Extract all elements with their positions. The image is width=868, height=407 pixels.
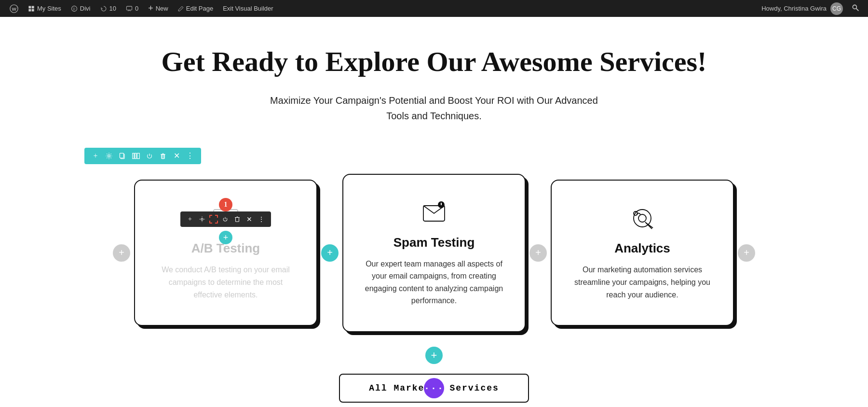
spam-testing-icon <box>363 199 505 225</box>
admin-bar: W My Sites D Divi 10 0 + New Edit Page E… <box>0 0 868 17</box>
card-spam-testing: Spam Testing Our expert team manages all… <box>342 174 526 332</box>
svg-rect-17 <box>162 154 164 158</box>
module-dashed-box <box>209 215 218 224</box>
module-settings-icon[interactable] <box>197 214 207 224</box>
analytics-icon <box>571 205 714 231</box>
ab-testing-desc: We conduct A/B testing on your email cam… <box>154 264 297 301</box>
row-delete-icon[interactable] <box>158 151 168 161</box>
page-heading: Get Ready to Explore Our Awesome Service… <box>10 46 858 78</box>
module-power-icon[interactable] <box>220 214 230 224</box>
howdy-label: Howdy, Christina Gwira <box>761 5 827 12</box>
col-add-mid1[interactable]: + <box>321 244 339 262</box>
svg-rect-16 <box>137 153 139 158</box>
svg-point-9 <box>853 5 856 9</box>
my-sites-label: My Sites <box>37 5 61 12</box>
row-add-below-btn[interactable]: + <box>425 347 443 364</box>
module-delete-icon[interactable] <box>232 214 242 224</box>
admin-user-info: Howdy, Christina Gwira CG <box>757 2 848 15</box>
svg-rect-15 <box>135 153 136 158</box>
svg-line-10 <box>856 9 859 11</box>
svg-rect-3 <box>32 6 34 8</box>
col-add-left[interactable]: + <box>113 244 130 262</box>
analytics-desc: Our marketing automation services stream… <box>571 264 714 301</box>
page-subheading: Maximize Your Campaign's Potential and B… <box>265 93 603 124</box>
page-content: Get Ready to Explore Our Awesome Service… <box>0 17 868 407</box>
svg-rect-13 <box>120 153 123 158</box>
row-settings-icon[interactable] <box>104 151 114 161</box>
svg-text:D: D <box>73 7 75 10</box>
module-add-below-btn[interactable]: + <box>219 231 232 244</box>
my-sites-menu[interactable]: My Sites <box>23 0 66 17</box>
new-label: New <box>156 5 168 12</box>
cta-ellipsis: ··· <box>424 378 444 398</box>
exit-vb-label: Exit Visual Builder <box>223 5 273 12</box>
module-toolbar: + ✕ ⋮ <box>180 211 271 227</box>
module-add-icon[interactable]: + <box>185 214 195 224</box>
svg-rect-2 <box>28 6 31 8</box>
cards-wrapper: + 1 + ✕ ⋮ <box>96 174 772 332</box>
row-more-icon[interactable]: ⋮ <box>185 151 195 161</box>
row-toolbar: + ✕ ⋮ <box>84 148 201 164</box>
divi-menu[interactable]: D Divi <box>66 0 95 17</box>
svg-point-30 <box>638 214 646 222</box>
cta-label-left: All Marke <box>369 383 424 393</box>
col-add-right[interactable]: + <box>738 244 755 262</box>
row-close-icon[interactable]: ✕ <box>171 151 182 161</box>
card-analytics: Analytics Our marketing automation servi… <box>551 180 734 326</box>
cta-label-right: Services <box>449 383 499 393</box>
svg-rect-4 <box>28 9 31 11</box>
row-layout-icon[interactable] <box>131 151 141 161</box>
module-badge: 1 <box>219 198 232 211</box>
svg-point-28 <box>441 206 442 207</box>
analytics-title: Analytics <box>571 241 714 256</box>
updates-count: 10 <box>109 5 116 12</box>
card-ab-testing: 1 + ✕ ⋮ + <box>134 180 317 326</box>
row-add-icon[interactable]: + <box>90 151 101 161</box>
avatar: CG <box>830 2 843 15</box>
row-duplicate-icon[interactable] <box>117 151 128 161</box>
svg-rect-19 <box>236 218 239 222</box>
cta-button[interactable]: All Marke ··· Services <box>339 374 529 403</box>
edit-page-label: Edit Page <box>186 5 213 12</box>
spam-testing-desc: Our expert team manages all aspects of y… <box>363 258 505 307</box>
col-add-mid2[interactable]: + <box>529 244 547 262</box>
svg-rect-8 <box>126 6 132 10</box>
spam-testing-title: Spam Testing <box>363 235 505 250</box>
comments-menu[interactable]: 0 <box>121 0 143 17</box>
search-icon[interactable] <box>848 4 863 13</box>
comments-count: 0 <box>135 5 138 12</box>
cta-row: All Marke ··· Services <box>10 374 858 403</box>
svg-text:W: W <box>12 6 17 11</box>
module-toolbar-wrapper: 1 + ✕ ⋮ + <box>180 205 271 244</box>
svg-rect-5 <box>32 9 34 11</box>
wp-logo[interactable]: W <box>5 0 23 17</box>
updates-menu[interactable]: 10 <box>95 0 121 17</box>
module-close-icon[interactable]: ✕ <box>244 214 254 224</box>
edit-page-menu[interactable]: Edit Page <box>173 0 218 17</box>
row-power-icon[interactable] <box>144 151 155 161</box>
svg-point-18 <box>201 218 203 220</box>
svg-point-11 <box>108 154 110 157</box>
new-menu[interactable]: + New <box>143 0 173 17</box>
module-more-icon[interactable]: ⋮ <box>257 214 266 224</box>
exit-vb-menu[interactable]: Exit Visual Builder <box>218 0 278 17</box>
divi-label: Divi <box>80 5 91 12</box>
svg-rect-14 <box>133 153 134 158</box>
